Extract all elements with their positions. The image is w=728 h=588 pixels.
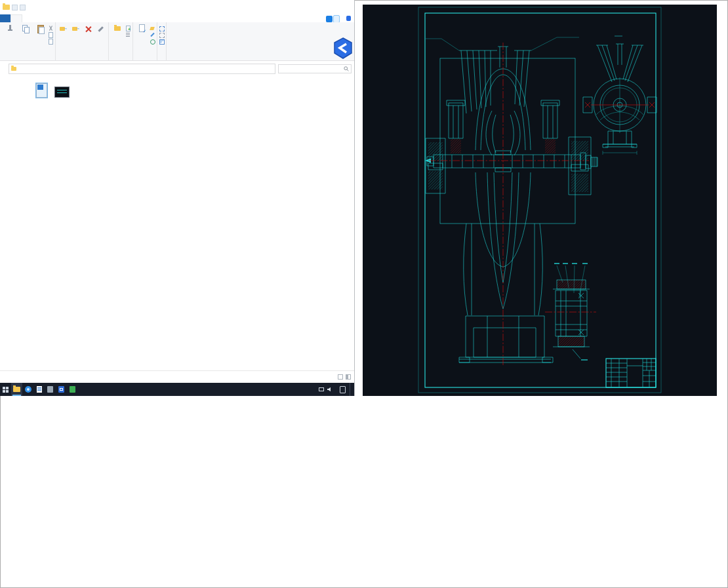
show-desktop-button[interactable]: [350, 383, 352, 396]
properties-button[interactable]: [134, 23, 150, 33]
volume-icon[interactable]: [327, 387, 332, 392]
rename-button[interactable]: [94, 23, 107, 34]
taskbar-document-app-button[interactable]: [33, 383, 45, 396]
taskbar-explorer-button[interactable]: [11, 383, 22, 396]
qat-button-icon[interactable]: [12, 5, 18, 10]
copy-to-icon: [71, 25, 80, 33]
title-bar: [0, 0, 354, 15]
windows-logo-icon: [3, 387, 9, 393]
new-item-icon: [125, 26, 131, 31]
select-none-icon: [159, 32, 164, 37]
file-item-dwg[interactable]: [32, 80, 51, 99]
file-list: [30, 77, 354, 371]
breadcrumb[interactable]: [9, 64, 275, 74]
history-icon: [150, 39, 155, 44]
move-to-icon: [59, 25, 68, 33]
copy-icon: [21, 24, 30, 33]
minimize-button[interactable]: [325, 1, 334, 14]
green-app-icon: [70, 386, 75, 393]
taskbar: [0, 383, 354, 396]
select-none-button[interactable]: [159, 31, 165, 38]
large-icons-view-icon[interactable]: [346, 374, 351, 380]
pin-to-quick-access-button[interactable]: [3, 23, 18, 33]
qat-button2-icon[interactable]: [20, 5, 26, 10]
navigation-pane: [0, 77, 30, 371]
group-label-new: [110, 54, 131, 60]
quick-access-toolbar[interactable]: [0, 5, 30, 10]
ribbon-group-new: [109, 22, 133, 60]
rename-icon: [96, 25, 105, 33]
tab-home[interactable]: [10, 14, 22, 22]
tab-view[interactable]: [33, 14, 43, 22]
taskbar-green-app-button[interactable]: [67, 383, 78, 396]
system-tray: [316, 383, 354, 396]
ime-icon[interactable]: [340, 386, 346, 393]
taskbar-browser-button[interactable]: [22, 383, 33, 396]
gray-app-icon: [47, 386, 53, 393]
ribbon: [0, 22, 354, 61]
explorer-content: [0, 77, 354, 371]
new-folder-icon: [113, 24, 122, 33]
delete-button[interactable]: [82, 23, 94, 34]
bmp-thumbnail-icon: [54, 87, 70, 98]
tab-file[interactable]: [0, 14, 10, 22]
browser-icon: [25, 386, 31, 393]
file-item-bmp[interactable]: [52, 80, 71, 99]
details-view-icon[interactable]: [338, 374, 343, 380]
paste-button[interactable]: [33, 23, 48, 33]
corner-badge-icon[interactable]: [346, 16, 351, 21]
display-icon[interactable]: [319, 387, 324, 391]
cad-canvas[interactable]: [363, 5, 717, 396]
cad-viewer-logo-icon[interactable]: [333, 37, 353, 59]
edit-icon: [150, 32, 155, 37]
open-button[interactable]: [150, 25, 155, 31]
history-button[interactable]: [150, 38, 155, 45]
group-label-open: [134, 54, 155, 60]
move-to-button[interactable]: [57, 23, 70, 34]
invert-selection-button[interactable]: [159, 38, 165, 45]
folder-icon: [3, 5, 10, 10]
invert-selection-icon: [159, 39, 164, 44]
paste-shortcut-button[interactable]: [48, 38, 54, 45]
group-label-organize: [57, 54, 107, 60]
maximize-button[interactable]: [334, 1, 344, 14]
properties-icon: [138, 24, 146, 33]
location-folder-icon: [11, 67, 16, 71]
cut-icon: [48, 26, 53, 31]
document-app-icon: [37, 386, 42, 393]
paste-shortcut-icon: [48, 39, 53, 44]
ribbon-group-select: [157, 22, 167, 60]
search-input[interactable]: [278, 64, 352, 73]
screenshot-page: [0, 0, 728, 588]
search-icon: [344, 66, 349, 71]
easy-access-button[interactable]: [125, 31, 131, 38]
group-label-select: [159, 54, 165, 60]
open-icon: [150, 26, 155, 31]
dwg-file-icon: [36, 83, 47, 98]
ribbon-group-open: [133, 22, 157, 60]
group-label-clipboard: [3, 54, 54, 60]
new-item-button[interactable]: [125, 25, 131, 31]
ribbon-group-clipboard: [1, 22, 56, 60]
promo-label: [333, 15, 340, 23]
address-bar-row: [0, 63, 354, 75]
new-folder-button[interactable]: [110, 23, 125, 33]
window-controls: [325, 1, 354, 14]
copy-path-icon: [48, 32, 53, 37]
sheet-background: [363, 5, 717, 396]
explorer-screen: [0, 0, 355, 396]
edit-button[interactable]: [150, 31, 155, 38]
copy-path-button[interactable]: [48, 31, 54, 38]
close-button[interactable]: [344, 1, 354, 14]
ribbon-group-organize: [56, 22, 109, 60]
promo-banner[interactable]: [326, 15, 340, 22]
start-button[interactable]: [0, 383, 11, 396]
copy-button[interactable]: [18, 23, 33, 33]
tab-share[interactable]: [22, 14, 33, 22]
easy-access-icon: [125, 32, 131, 37]
taskbar-gray-app-button[interactable]: [45, 383, 56, 396]
copy-to-button[interactable]: [70, 23, 82, 34]
taskbar-blue-app-button[interactable]: [56, 383, 67, 396]
cut-button[interactable]: [48, 25, 54, 31]
select-all-button[interactable]: [159, 25, 165, 31]
